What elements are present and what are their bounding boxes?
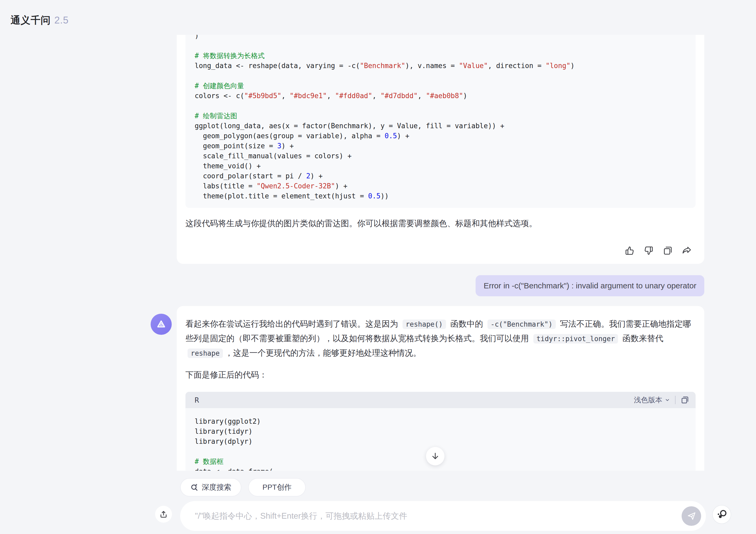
- assistant-avatar: [150, 314, 172, 335]
- chevron-down-icon: [664, 397, 670, 403]
- chat-input-bar: [180, 501, 706, 531]
- arrow-down-icon: [430, 451, 440, 461]
- assistant-message-2: 看起来你在尝试运行我给出的代码时遇到了错误。这是因为 reshape() 函数中…: [177, 306, 704, 471]
- code-content-1: ) # 将数据转换为长格式long_data <- reshape(data, …: [195, 35, 687, 201]
- app-version: 2.5: [54, 15, 68, 26]
- message-actions: [185, 245, 696, 256]
- code-header-controls: 浅色版本: [634, 395, 689, 405]
- code-block-2-header: R 浅色版本: [185, 392, 696, 408]
- search-sparkle-icon: [190, 483, 199, 492]
- quick-tools: 深度搜索 PPT创作: [180, 478, 306, 496]
- copy-code-button[interactable]: [680, 396, 689, 405]
- qwen-chat-page: 通义千问2.5 ) # 将数据转换为长格式long_data <- reshap…: [0, 0, 756, 534]
- thumbs-up-icon: [624, 245, 635, 256]
- chat-input[interactable]: [195, 511, 682, 521]
- inline-code-chip: -c("Benchmark"): [487, 320, 556, 329]
- header-divider: [675, 396, 676, 404]
- inline-code-chip: reshape: [188, 349, 223, 358]
- assistant-paragraph-3: 下面是修正后的代码：: [185, 368, 696, 382]
- dots-circle-icon: [716, 509, 727, 520]
- user-message-text: Error in -c("Benchmark") : invalid argum…: [483, 281, 696, 290]
- assistant-paragraph-2: 看起来你在尝试运行我给出的代码时遇到了错误。这是因为 reshape() 函数中…: [185, 317, 696, 360]
- copy-message-button[interactable]: [662, 245, 673, 256]
- deep-search-button[interactable]: 深度搜索: [180, 478, 241, 496]
- copy-icon: [662, 245, 673, 256]
- app-logo: 通义千问2.5: [11, 14, 68, 27]
- scroll-to-bottom-button[interactable]: [426, 447, 445, 465]
- upload-icon: [159, 510, 168, 519]
- deep-search-label: 深度搜索: [202, 482, 231, 492]
- copy-icon: [680, 395, 689, 405]
- upload-button[interactable]: [155, 506, 172, 523]
- ppt-create-label: PPT创作: [262, 482, 291, 492]
- code-block-1: ) # 将数据转换为长格式long_data <- reshape(data, …: [185, 35, 696, 208]
- code-theme-dropdown[interactable]: 浅色版本: [634, 395, 670, 405]
- user-message-bubble: Error in -c("Benchmark") : invalid argum…: [475, 275, 704, 296]
- paper-plane-icon: [687, 511, 696, 521]
- share-icon: [681, 245, 692, 256]
- assistant-message-1: ) # 将数据转换为长格式long_data <- reshape(data, …: [177, 35, 704, 264]
- thumbs-up-button[interactable]: [624, 245, 635, 256]
- assistant-paragraph-1: 这段代码将生成与你提供的图片类似的雷达图。你可以根据需要调整颜色、标题和其他样式…: [185, 216, 696, 231]
- code-language-label: R: [195, 396, 199, 404]
- instruction-center-button[interactable]: [712, 505, 731, 524]
- thumbs-down-icon: [643, 245, 654, 256]
- send-button[interactable]: [682, 506, 701, 526]
- inline-code-chip: reshape(): [403, 320, 446, 329]
- inline-code-chip: tidyr::pivot_longer: [533, 334, 618, 344]
- thumbs-down-button[interactable]: [643, 245, 655, 256]
- share-message-button[interactable]: [681, 245, 692, 256]
- code-theme-label: 浅色版本: [634, 395, 662, 405]
- ppt-create-button[interactable]: PPT创作: [248, 478, 306, 496]
- app-title: 通义千问: [11, 15, 51, 26]
- qwen-logo-icon: [155, 318, 167, 330]
